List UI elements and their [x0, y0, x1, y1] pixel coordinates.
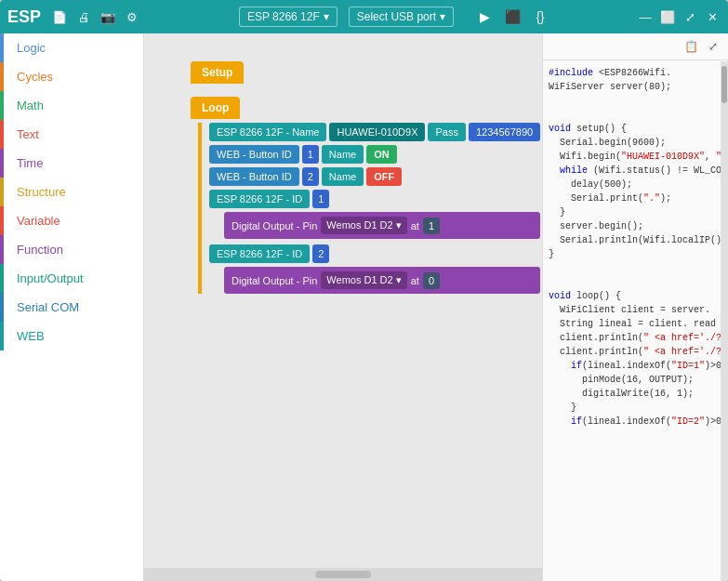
code-toolbar: 📋 ⤢ [543, 33, 728, 60]
loop-label[interactable]: Loop [191, 97, 240, 119]
code-scrollbar[interactable] [721, 61, 728, 581]
web-btn1-row: WEB - Button ID 1 Name ON [209, 145, 540, 164]
fullscreen-button[interactable]: ⤢ [682, 8, 698, 25]
code-line-2: WiFiServer server(80); [549, 80, 722, 94]
btn2-id[interactable]: 2 [302, 167, 319, 186]
code-line-16: client.println(" <a href='./?I [549, 331, 722, 345]
btn1-id[interactable]: 1 [302, 145, 319, 164]
expand-code-icon[interactable]: ⤢ [704, 37, 722, 56]
web-btn1-block[interactable]: WEB - Button ID [209, 145, 299, 164]
pass-label: Pass [428, 123, 465, 141]
btn2-off-value[interactable]: OFF [366, 167, 402, 186]
sidebar-item-time[interactable]: Time [0, 149, 143, 178]
titlebar-file-icons: 📄 🖨 📷 ⚙ [50, 7, 141, 26]
btn1-on-value[interactable]: ON [366, 145, 397, 164]
sidebar: Logic Cycles Math Text Time Structure Va… [0, 33, 144, 581]
run-icon[interactable]: ▶ [474, 7, 495, 27]
maximize-button[interactable]: ⬜ [659, 8, 676, 25]
code-line-19: pinMode(16, OUTPUT); [549, 373, 722, 387]
sidebar-item-serialcom[interactable]: Serial COM [0, 293, 143, 322]
titlebar-center: ESP 8266 12F ▾ Select USB port ▾ ▶ ⬛ {} [160, 7, 629, 27]
sidebar-item-web[interactable]: WEB [0, 322, 143, 350]
sidebar-item-logic[interactable]: Logic [0, 33, 143, 62]
stop-icon[interactable]: ⬛ [502, 7, 523, 27]
code-line-11: Serial.println(Wifi.localIP()); [549, 233, 722, 247]
at1-label: at [411, 220, 419, 231]
canvas-scrollbar-thumb [315, 571, 371, 578]
titlebar-actions: ▶ ⬛ {} [474, 7, 550, 27]
esp-name-block[interactable]: ESP 8266 12F - Name [209, 123, 326, 141]
code-line-21: } [549, 401, 722, 415]
sidebar-item-math[interactable]: Math [0, 91, 143, 120]
port-selector[interactable]: Select USB port ▾ [349, 7, 454, 27]
block-container: Setup Loop ESP 8266 12F - Name HUAWEI-01… [191, 61, 540, 299]
code-line-blank1 [549, 94, 722, 108]
esp-name-row: ESP 8266 12F - Name HUAWEI-010D9X Pass 1… [209, 123, 540, 141]
web-btn2-block[interactable]: WEB - Button ID [209, 167, 299, 186]
code-icon[interactable]: {} [530, 7, 550, 27]
code-line-13: void loop() { [549, 289, 722, 303]
setup-label[interactable]: Setup [191, 61, 244, 84]
sidebar-item-text[interactable]: Text [0, 120, 143, 149]
code-content[interactable]: #include <ESP8266Wifi. WiFiServer server… [543, 60, 728, 581]
val1-num[interactable]: 1 [423, 218, 440, 234]
pin1-selector[interactable]: Wemos D1 D2 ▾ [321, 217, 406, 234]
digital-output2[interactable]: Digital Output - Pin Wemos D1 D2 ▾ at 0 [224, 267, 540, 294]
sidebar-item-structure[interactable]: Structure [0, 178, 143, 206]
digital-out1-block: Digital Output - Pin Wemos D1 D2 ▾ at 1 [224, 212, 540, 239]
code-line-15: String lineal = client. read [549, 317, 722, 331]
canvas-scrollbar[interactable] [144, 568, 542, 581]
minimize-button[interactable]: — [637, 8, 654, 25]
code-panel: 📋 ⤢ #include <ESP8266Wifi. WiFiServer se… [542, 33, 728, 581]
code-line-14: WiFiClient client = server. [549, 303, 722, 317]
btn1-name-label: Name [322, 145, 364, 164]
id1-num[interactable]: 1 [312, 190, 329, 208]
camera-icon[interactable]: 📷 [99, 7, 117, 26]
password-value[interactable]: 1234567890 [469, 123, 540, 141]
code-line-7: delay(500); [549, 178, 722, 191]
code-line-17: client.println(" <a href='./? [549, 345, 722, 359]
board-selector[interactable]: ESP 8266 12F ▾ [239, 7, 338, 27]
code-line-18: if(lineal.indexOf("ID=1")>0 [549, 359, 722, 373]
code-line-1: #include <ESP8266Wifi. [549, 66, 722, 80]
sidebar-item-cycles[interactable]: Cycles [0, 62, 143, 91]
loop-group: ESP 8266 12F - Name HUAWEI-010D9X Pass 1… [198, 123, 540, 294]
ssid-value[interactable]: HUAWEI-010D9X [329, 123, 425, 141]
block-canvas[interactable]: Setup Loop ESP 8266 12F - Name HUAWEI-01… [144, 33, 542, 581]
sidebar-item-function[interactable]: Function [0, 235, 143, 264]
window-controls: — ⬜ ⤢ ✕ [637, 8, 721, 25]
code-line-8: Serial.print("."); [549, 191, 722, 205]
code-line-blank3 [549, 261, 722, 275]
id2-num[interactable]: 2 [312, 244, 329, 263]
code-line-5: Wifi.begin("HUAWEI-010D9X", "12 [549, 150, 722, 164]
code-line-20: digitalWrite(16, 1); [549, 387, 722, 401]
titlebar: ESP 📄 🖨 📷 ⚙ ESP 8266 12F ▾ Select USB po… [0, 0, 728, 33]
chevron-down-icon: ▾ [324, 10, 329, 23]
main-content: Logic Cycles Math Text Time Structure Va… [0, 33, 728, 581]
chevron-down-icon: ▾ [440, 10, 445, 23]
sidebar-item-variable[interactable]: Variable [0, 206, 143, 235]
code-line-6: while (Wifi.status() != WL_CONNE [549, 164, 722, 178]
val2-num[interactable]: 0 [423, 272, 440, 289]
print-icon[interactable]: 🖨 [74, 7, 93, 26]
setup-block-header: Setup [191, 61, 540, 84]
copy-code-icon[interactable]: 📋 [682, 37, 700, 56]
esp-id1-block[interactable]: ESP 8266 12F - ID [209, 190, 310, 208]
pin2-selector[interactable]: Wemos D1 D2 ▾ [321, 271, 406, 289]
code-line-10: server.begin(); [549, 219, 722, 233]
esp-id1-row: ESP 8266 12F - ID 1 [209, 190, 540, 208]
esp-id2-row: ESP 8266 12F - ID 2 [209, 244, 540, 263]
code-line-blank2 [549, 108, 722, 122]
close-button[interactable]: ✕ [704, 8, 721, 25]
esp-id2-block[interactable]: ESP 8266 12F - ID [209, 244, 310, 263]
btn2-name-label: Name [322, 167, 364, 186]
new-file-icon[interactable]: 📄 [50, 7, 69, 26]
code-scrollbar-thumb [721, 66, 727, 103]
sidebar-item-inputoutput[interactable]: Input/Output [0, 264, 143, 293]
code-line-12: } [549, 247, 722, 261]
digital-output1[interactable]: Digital Output - Pin Wemos D1 D2 ▾ at 1 [224, 212, 540, 239]
at2-label: at [411, 275, 419, 286]
digital-out2-block: Digital Output - Pin Wemos D1 D2 ▾ at 0 [224, 267, 540, 294]
settings-icon[interactable]: ⚙ [123, 7, 141, 26]
code-line-9: } [549, 205, 722, 219]
